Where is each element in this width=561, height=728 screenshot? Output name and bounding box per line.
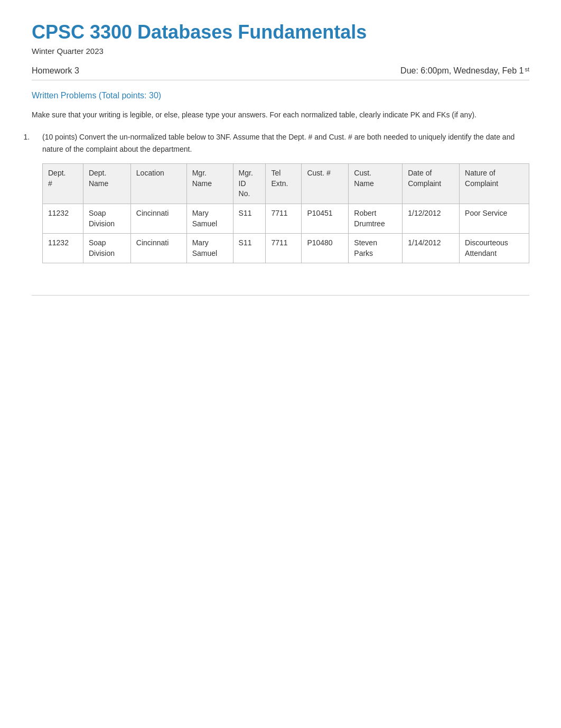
table-cell: SoapDivision	[83, 234, 130, 263]
page-title: CPSC 3300 Databases Fundamentals	[32, 21, 529, 43]
table-cell: Cincinnati	[130, 204, 186, 233]
table-cell: StevenParks	[349, 234, 403, 263]
table-cell: MarySamuel	[186, 204, 233, 233]
table-cell: MarySamuel	[186, 234, 233, 263]
table-cell: P10480	[302, 234, 349, 263]
footer-line	[32, 295, 529, 301]
table-cell: 11232	[43, 234, 83, 263]
written-problems-heading: Written Problems (Total points: 30)	[32, 91, 529, 100]
table-cell: 7711	[266, 234, 302, 263]
table-cell: SoapDivision	[83, 204, 130, 233]
col-mgr-name: Mgr.Name	[186, 164, 233, 204]
col-tel-extn: TelExtn.	[266, 164, 302, 204]
due-date-superscript: st	[525, 66, 529, 76]
table-cell: 7711	[266, 204, 302, 233]
col-cust-num: Cust. #	[302, 164, 349, 204]
data-table-wrapper: Dept.# Dept.Name Location Mgr.Name Mgr.I…	[42, 163, 529, 263]
table-cell: DiscourteousAttendant	[460, 234, 529, 263]
instructions: Make sure that your writing is legible, …	[32, 109, 529, 121]
col-cust-name: Cust.Name	[349, 164, 403, 204]
col-location: Location	[130, 164, 186, 204]
table-row: 11232SoapDivisionCincinnatiMarySamuelS11…	[43, 234, 529, 263]
due-date: Due: 6:00pm, Wednesday, Feb 1	[400, 66, 523, 76]
problem-1-text: (10 points) Convert the un-normalized ta…	[42, 133, 515, 153]
table-cell: 1/14/2012	[403, 234, 460, 263]
table-cell: P10451	[302, 204, 349, 233]
table-cell: RobertDrumtree	[349, 204, 403, 233]
table-cell: S11	[233, 234, 266, 263]
col-dept-num: Dept.#	[43, 164, 83, 204]
table-cell: Poor Service	[460, 204, 529, 233]
due-date-container: Due: 6:00pm, Wednesday, Feb 1 st	[400, 66, 529, 76]
col-date-complaint: Date ofComplaint	[403, 164, 460, 204]
complaints-table: Dept.# Dept.Name Location Mgr.Name Mgr.I…	[42, 163, 529, 263]
table-cell: Cincinnati	[130, 234, 186, 263]
homework-row: Homework 3 Due: 6:00pm, Wednesday, Feb 1…	[32, 66, 529, 80]
table-cell: S11	[233, 204, 266, 233]
table-header-row: Dept.# Dept.Name Location Mgr.Name Mgr.I…	[43, 164, 529, 204]
col-mgr-id: Mgr.IDNo.	[233, 164, 266, 204]
table-cell: 11232	[43, 204, 83, 233]
homework-label: Homework 3	[32, 66, 79, 76]
table-row: 11232SoapDivisionCincinnatiMarySamuelS11…	[43, 204, 529, 233]
col-nature-complaint: Nature ofComplaint	[460, 164, 529, 204]
table-cell: 1/12/2012	[403, 204, 460, 233]
col-dept-name: Dept.Name	[83, 164, 130, 204]
subtitle: Winter Quarter 2023	[32, 47, 529, 56]
problem-1: (10 points) Convert the un-normalized ta…	[32, 131, 529, 263]
